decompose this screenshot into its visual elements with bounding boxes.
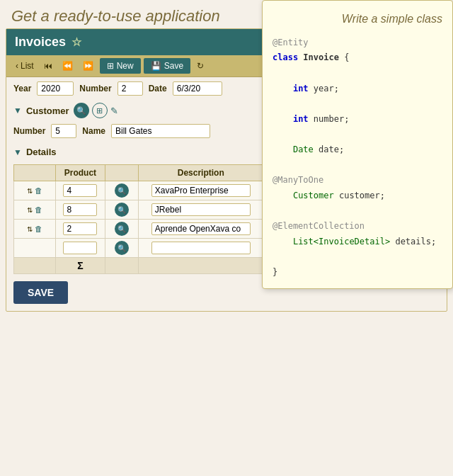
empty-row-actions (14, 239, 56, 258)
customer-actions: 🔍 ⊞ ✎ (74, 103, 118, 118)
col-actions (14, 165, 56, 181)
customer-name-input[interactable] (111, 124, 210, 138)
row1-delete-button[interactable]: 🗑 (35, 186, 42, 195)
number-input[interactable] (117, 81, 143, 96)
empty-description-input[interactable] (151, 242, 251, 254)
row1-actions: ⇅ 🗑 (14, 181, 56, 200)
save-toolbar-button[interactable]: 💾 Save (144, 58, 190, 74)
row2-actions: ⇅ 🗑 (14, 200, 56, 220)
collapse-details-icon[interactable]: ▼ (13, 147, 22, 157)
first-button[interactable]: ⏮ (40, 59, 56, 73)
collapse-customer-icon[interactable]: ▼ (13, 106, 22, 115)
next-button[interactable]: ⏩ (79, 59, 97, 73)
row2-description-input[interactable] (151, 203, 251, 216)
total-search (105, 258, 139, 274)
customer-search-button[interactable]: 🔍 (74, 103, 89, 118)
row2-sort-icon[interactable]: ⇅ (26, 205, 33, 214)
row2-product (55, 200, 105, 220)
empty-description (139, 239, 263, 258)
customer-edit-button[interactable]: ✎ (110, 106, 118, 116)
row2-description (139, 200, 263, 220)
year-label: Year (13, 84, 31, 94)
row3-actions: ⇅ 🗑 (14, 220, 56, 239)
code-popup-title: Write a simple class (273, 9, 442, 30)
row2-delete-button[interactable]: 🗑 (35, 205, 42, 214)
row1-description (139, 181, 263, 200)
customer-add-button[interactable]: ⊞ (92, 103, 108, 118)
plus-icon: ⊞ (107, 61, 114, 71)
row3-product (55, 220, 105, 239)
new-button-label: New (117, 61, 134, 71)
row1-search-cell: 🔍 (105, 181, 139, 200)
col-product-search (105, 165, 139, 181)
date-input[interactable] (173, 81, 222, 96)
save-icon: 💾 (151, 61, 161, 71)
row2-search-button[interactable]: 🔍 (115, 203, 129, 217)
next-icon: ⏩ (83, 61, 93, 71)
list-button[interactable]: ‹ List (12, 59, 38, 73)
row3-delete-button[interactable]: 🗑 (35, 225, 42, 233)
row1-sort-icon[interactable]: ⇅ (26, 186, 33, 195)
total-actions (14, 258, 56, 274)
year-input[interactable] (37, 81, 74, 96)
customer-number-input[interactable] (51, 124, 76, 138)
total-description (139, 258, 263, 274)
prev-button[interactable]: ⏪ (59, 59, 76, 73)
code-block: @Entity class Invoice { int year; int nu… (273, 35, 442, 280)
save-toolbar-label: Save (164, 61, 183, 71)
row1-product-input[interactable] (63, 184, 97, 197)
col-product-header: Product (55, 165, 105, 181)
first-icon: ⏮ (44, 61, 52, 71)
date-label: Date (149, 84, 167, 94)
row2-product-input[interactable] (63, 203, 97, 216)
row2-search-cell: 🔍 (105, 200, 139, 220)
row1-product (55, 181, 105, 200)
details-section-label: Details (26, 147, 57, 157)
col-description-header: Description (139, 165, 263, 181)
row3-search-button[interactable]: 🔍 (115, 222, 129, 236)
favorite-icon[interactable]: ☆ (71, 35, 81, 49)
customer-section-label: Customer (26, 106, 69, 116)
row1-description-input[interactable] (151, 184, 251, 197)
empty-product (55, 239, 105, 258)
chevron-left-icon: ‹ (16, 61, 18, 71)
row3-sort-icon[interactable]: ⇅ (26, 225, 33, 233)
cust-name-label: Name (82, 126, 105, 136)
prev-icon: ⏪ (62, 61, 73, 71)
row3-search-cell: 🔍 (105, 220, 139, 239)
save-bottom-button[interactable]: SAVE (13, 281, 68, 304)
app-title: Invoices (15, 35, 66, 50)
refresh-icon: ↻ (197, 61, 204, 71)
empty-search-button[interactable]: 🔍 (115, 241, 129, 255)
row1-search-button[interactable]: 🔍 (115, 183, 129, 198)
code-popup: Write a simple class @Entity class Invoi… (262, 0, 453, 289)
empty-search-cell: 🔍 (105, 239, 139, 258)
row3-description-input[interactable] (151, 222, 251, 235)
row3-description (139, 220, 263, 239)
cust-number-label: Number (13, 126, 45, 136)
row3-product-input[interactable] (63, 222, 97, 235)
list-button-label: List (21, 61, 34, 71)
total-product-sigma: Σ (55, 258, 105, 274)
refresh-button[interactable]: ↻ (193, 59, 207, 73)
number-label: Number (79, 84, 111, 94)
new-button[interactable]: ⊞ New (100, 58, 141, 74)
empty-product-input[interactable] (63, 242, 97, 254)
